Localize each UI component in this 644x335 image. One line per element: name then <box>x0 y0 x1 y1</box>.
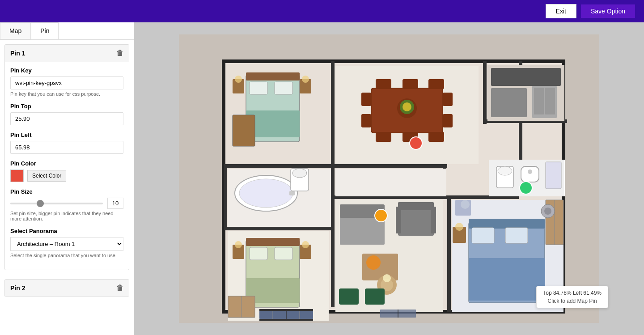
pin-top-label: Pin Top <box>10 103 123 110</box>
svg-rect-105 <box>259 319 313 321</box>
pin1-body: Pin Key Pin key that you can use for css… <box>5 62 129 270</box>
pin-size-label: Pin Size <box>10 188 123 195</box>
svg-rect-35 <box>275 247 292 260</box>
svg-rect-12 <box>331 164 335 199</box>
svg-rect-18 <box>275 82 292 94</box>
svg-rect-56 <box>443 93 453 106</box>
svg-rect-28 <box>289 191 295 195</box>
svg-point-111 <box>520 182 532 194</box>
map-tooltip: Top 84.78% Left 61.49% Click to add Map … <box>536 286 608 308</box>
svg-rect-17 <box>250 82 267 94</box>
pin-size-hint: Set pin size, bigger pin indicates that … <box>10 211 123 221</box>
svg-rect-53 <box>428 132 444 142</box>
pin-size-value[interactable] <box>107 198 123 209</box>
svg-rect-63 <box>545 88 555 114</box>
save-option-button[interactable]: Save Option <box>581 4 635 18</box>
svg-rect-68 <box>362 254 398 280</box>
svg-rect-10 <box>224 227 331 230</box>
map-area[interactable]: Top 84.78% Left 61.49% Click to add Map … <box>134 22 644 335</box>
pin2-section: Pin 2 🗑 <box>4 279 129 297</box>
svg-rect-57 <box>443 114 453 127</box>
svg-point-23 <box>302 76 309 83</box>
pin-key-label: Pin Key <box>10 67 123 74</box>
svg-rect-6 <box>483 61 487 124</box>
svg-rect-54 <box>361 93 371 106</box>
svg-rect-104 <box>259 309 313 311</box>
tab-pin[interactable]: Pin <box>31 22 59 39</box>
tabs: Map Pin <box>0 22 134 40</box>
svg-rect-82 <box>472 228 494 243</box>
pin1-title: Pin 1 <box>10 50 25 57</box>
pin-color-label: Pin Color <box>10 160 123 167</box>
pin1-header[interactable]: Pin 1 🗑 <box>5 45 129 62</box>
pin2-title: Pin 2 <box>10 284 25 292</box>
svg-rect-74 <box>365 288 385 305</box>
left-panel: Map Pin Pin 1 🗑 Pin Key Pin key that you… <box>0 22 134 335</box>
size-row <box>10 198 123 209</box>
svg-point-87 <box>455 223 463 231</box>
svg-point-110 <box>410 137 422 149</box>
color-swatch[interactable] <box>10 170 24 182</box>
svg-rect-49 <box>402 79 418 89</box>
pin-top-group: Pin Top <box>10 103 123 125</box>
svg-point-72 <box>383 274 391 282</box>
pin2-delete-icon[interactable]: 🗑 <box>116 284 123 292</box>
tooltip-instruction: Click to add Map Pin <box>543 298 602 304</box>
panorama-select[interactable]: Architecture – Room 1 Architecture – Roo… <box>10 237 123 251</box>
svg-rect-77 <box>396 207 401 233</box>
pin-left-input[interactable] <box>10 141 123 154</box>
svg-rect-99 <box>546 162 561 189</box>
pin2-header[interactable]: Pin 2 🗑 <box>5 280 129 297</box>
floor-plan-container: Top 84.78% Left 61.49% Click to add Map … <box>134 22 644 335</box>
pin1-delete-icon[interactable]: 🗑 <box>116 49 123 57</box>
svg-point-22 <box>235 76 242 83</box>
pin-size-group: Pin Size Set pin size, bigger pin indica… <box>10 188 123 221</box>
pin-key-hint: Pin key that you can use for css purpose… <box>10 91 123 97</box>
svg-rect-73 <box>339 288 359 305</box>
svg-point-112 <box>375 209 387 222</box>
svg-point-98 <box>528 170 532 174</box>
svg-rect-48 <box>376 79 391 89</box>
svg-point-27 <box>239 179 293 208</box>
svg-rect-33 <box>246 238 300 246</box>
svg-point-92 <box>461 200 470 209</box>
floor-plan-svg <box>179 34 599 323</box>
svg-rect-51 <box>376 132 391 142</box>
svg-rect-67 <box>340 218 385 245</box>
svg-rect-9 <box>331 195 335 307</box>
svg-rect-3 <box>224 164 335 168</box>
select-color-button[interactable]: Select Color <box>27 170 66 182</box>
pin-key-group: Pin Key Pin key that you can use for css… <box>10 67 123 97</box>
svg-point-47 <box>402 102 411 111</box>
svg-rect-11 <box>447 195 451 312</box>
svg-rect-83 <box>505 228 528 243</box>
select-panorama-label: Select Panorama <box>10 228 123 234</box>
svg-rect-60 <box>491 88 527 117</box>
svg-rect-81 <box>469 219 545 229</box>
svg-rect-13 <box>331 164 447 168</box>
svg-rect-55 <box>361 114 371 127</box>
color-row: Select Color <box>10 170 123 182</box>
exit-button[interactable]: Exit <box>546 4 576 18</box>
svg-rect-50 <box>428 79 444 89</box>
svg-rect-62 <box>534 88 544 114</box>
pin1-section: Pin 1 🗑 Pin Key Pin key that you can use… <box>4 44 129 270</box>
header: Exit Save Option <box>0 0 644 22</box>
svg-rect-78 <box>431 207 436 233</box>
svg-rect-59 <box>491 68 561 86</box>
pin-top-input[interactable] <box>10 112 123 125</box>
tab-map[interactable]: Map <box>0 22 31 39</box>
svg-rect-93 <box>335 169 446 196</box>
svg-rect-76 <box>398 202 434 210</box>
pin-size-slider[interactable] <box>10 203 103 204</box>
svg-point-109 <box>544 208 551 215</box>
svg-rect-24 <box>233 115 255 146</box>
svg-point-30 <box>292 169 307 178</box>
svg-rect-16 <box>246 72 300 81</box>
pin-left-label: Pin Left <box>10 131 123 138</box>
svg-rect-97 <box>521 166 539 182</box>
pin-key-input[interactable] <box>10 76 123 89</box>
svg-point-69 <box>366 255 381 270</box>
svg-rect-34 <box>250 247 267 260</box>
main-layout: Map Pin Pin 1 🗑 Pin Key Pin key that you… <box>0 22 644 335</box>
